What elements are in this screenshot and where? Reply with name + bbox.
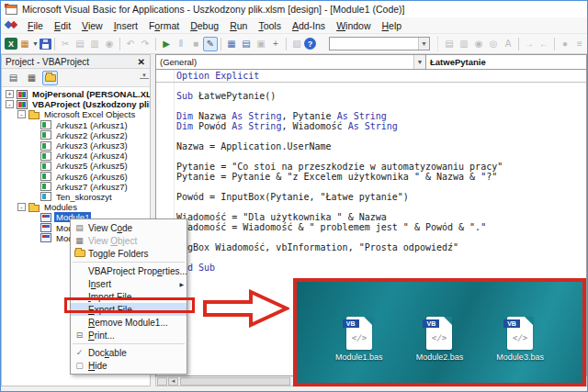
parameter-info-icon[interactable]: ◎: [486, 37, 501, 51]
view-code-icon: ▤: [71, 223, 88, 232]
context-menu-insert[interactable]: Insert▶: [71, 277, 187, 290]
toolbox-icon[interactable]: +: [268, 37, 283, 51]
chevron-down-icon[interactable]: ▼: [413, 55, 425, 69]
context-menu-view-code[interactable]: ▤View Code: [71, 221, 187, 234]
comment-block-icon[interactable]: ≡: [572, 37, 587, 51]
quick-info-icon[interactable]: ◉: [471, 37, 486, 51]
tree-expander-icon[interactable]: -: [17, 203, 26, 211]
excel-icon[interactable]: X: [5, 38, 17, 50]
object-browser-icon[interactable]: ▣: [254, 37, 268, 51]
sheet-icon: [40, 151, 51, 161]
menu-window[interactable]: Window: [331, 18, 376, 33]
scrollbar-thumb[interactable]: [180, 377, 290, 386]
context-menu-hide[interactable]: ▢Hide: [71, 359, 187, 372]
list-constants-icon[interactable]: ▥: [457, 37, 471, 51]
complete-word-icon[interactable]: A: [501, 37, 515, 51]
tree-item-vbaproject-uszkodzony-plik-xlsm[interactable]: -VBAProject (Uszkodzony plik.xlsm): [2, 99, 150, 109]
close-icon[interactable]: ✕: [135, 57, 148, 67]
tree-item-mojpersonal-personal-xlsb[interactable]: +MojPersonal (PERSONAL.XLSB): [2, 89, 150, 99]
context-menu-remove-module1[interactable]: Remove Module1...: [71, 316, 187, 329]
toolbar-combobox[interactable]: ▼: [329, 37, 430, 50]
tree-item-ten-skoroszyt[interactable]: Ten_skoroszyt: [2, 192, 150, 202]
menu-edit[interactable]: Edit: [49, 18, 76, 33]
menu-separator: [73, 343, 185, 344]
tree-item-label: Arkusz7 (Arkusz7): [54, 182, 130, 192]
menu-insert[interactable]: Insert: [108, 18, 143, 33]
undo-icon[interactable]: ↶: [123, 37, 138, 51]
tree-item-modules[interactable]: -Modules: [2, 202, 150, 212]
project-explorer-title: Project - VBAProject: [6, 57, 135, 67]
tree-expander-icon[interactable]: +: [6, 90, 14, 98]
tree-item-arkusz3-arkusz3[interactable]: Arkusz3 (Arkusz3): [2, 140, 150, 151]
tree-item-microsoft-excel-objects[interactable]: -Microsoft Excel Objects: [2, 109, 150, 119]
menu-debug[interactable]: Debug: [185, 18, 224, 33]
list-properties-icon[interactable]: ▤: [442, 37, 457, 51]
object-dropdown[interactable]: (General) ▼: [155, 54, 426, 70]
menu-run[interactable]: Run: [224, 18, 253, 33]
menu-separator: [73, 262, 185, 263]
chevron-down-icon[interactable]: ▼: [418, 38, 429, 50]
page-fold: [364, 317, 372, 325]
context-menu-vbaproject-properties[interactable]: VBAProject Properties...: [71, 264, 187, 277]
tree-item-arkusz5-arkusz5[interactable]: Arkusz5 (Arkusz5): [2, 161, 150, 171]
menu-format[interactable]: Format: [143, 18, 185, 33]
code-line: [176, 232, 586, 242]
run-icon[interactable]: ▶: [159, 37, 174, 51]
split-handle[interactable]: [157, 377, 167, 386]
tree-item-arkusz2-arkusz2[interactable]: Arkusz2 (Arkusz2): [2, 130, 150, 140]
help-icon[interactable]: ?: [304, 38, 316, 50]
tree-item-arkusz4-arkusz4[interactable]: Arkusz4 (Arkusz4): [2, 151, 150, 161]
vb-badge: VB: [503, 319, 520, 328]
procedure-dropdown[interactable]: ŁatwePytanie: [426, 54, 587, 70]
properties-window-icon[interactable]: ▤: [239, 37, 254, 51]
menu-tools[interactable]: Tools: [253, 18, 287, 33]
code-line: [176, 151, 586, 162]
msforms-icon[interactable]: ▧: [289, 37, 304, 51]
cut-icon[interactable]: ✂: [58, 37, 73, 51]
context-menu-toggle-folders[interactable]: Toggle Folders: [71, 247, 187, 260]
redo-icon[interactable]: ↷: [138, 37, 153, 51]
outdent-icon[interactable]: ←: [537, 37, 551, 51]
break-icon[interactable]: Ⅱ: [174, 37, 188, 51]
tree-item-label: Arkusz4 (Arkusz4): [54, 151, 130, 161]
tree-expander-icon[interactable]: -: [17, 110, 26, 118]
indent-icon[interactable]: →: [522, 37, 537, 51]
tree-expander-icon[interactable]: -: [6, 100, 14, 108]
menu-add-ins[interactable]: Add-Ins: [287, 18, 331, 33]
window-frame-bottom: [1, 386, 587, 392]
view-object-icon[interactable]: ▦: [24, 71, 40, 85]
find-icon[interactable]: ◉: [102, 37, 117, 51]
context-menu-view-object[interactable]: ▦View Object: [71, 234, 187, 247]
design-mode-icon[interactable]: ✎: [203, 37, 218, 51]
reset-icon[interactable]: ■: [188, 37, 203, 51]
breakpoint-icon[interactable]: ●: [558, 37, 572, 51]
copy-icon[interactable]: ▤: [73, 37, 87, 51]
tree-item-label: MojPersonal (PERSONAL.XLSB): [30, 89, 150, 99]
menu-bar: FileEditViewInsertFormatDebugRunToolsAdd…: [1, 17, 587, 34]
tree-item-arkusz1-arkusz1[interactable]: Arkusz1 (Arkusz1): [2, 120, 150, 130]
menu-view[interactable]: View: [76, 18, 108, 33]
desktop-screenshot-preview: VB</>Module1.basVB</>Module2.basVB</>Mod…: [293, 278, 586, 386]
context-menu-dockable[interactable]: ✓Dockable: [71, 346, 187, 359]
module-icon: [40, 223, 51, 232]
toolbar-overflow-button[interactable]: ▼: [140, 73, 149, 79]
menu-help[interactable]: Help: [376, 18, 407, 33]
save-icon[interactable]: [40, 39, 51, 50]
tree-item-arkusz7-arkusz7[interactable]: Arkusz7 (Arkusz7): [2, 182, 150, 192]
insert-userform-dropdown[interactable]: ▦: [17, 37, 32, 51]
chevron-down-icon[interactable]: ▼: [32, 40, 40, 47]
project-explorer-icon[interactable]: ▦: [224, 37, 239, 51]
toolbar-separator: [554, 38, 555, 50]
vb-badge: VB: [343, 319, 359, 328]
code-line: Pytanie = "Co stoi na przeszkodzie w aut…: [176, 162, 586, 172]
menu-file[interactable]: File: [22, 18, 49, 33]
context-menu-print[interactable]: ⊟Print...: [71, 329, 187, 342]
scroll-left-icon[interactable]: ◄: [168, 377, 178, 386]
object-dropdown-value: (General): [156, 57, 413, 67]
toggle-folders-icon[interactable]: [42, 71, 58, 85]
tree-item-arkusz6-arkusz6[interactable]: Arkusz6 (Arkusz6): [2, 172, 150, 182]
app-icon: [6, 5, 17, 15]
paste-icon[interactable]: ▥: [87, 37, 102, 51]
view-code-icon[interactable]: ▤: [6, 71, 21, 85]
code-line: Option Explicit: [176, 71, 586, 81]
